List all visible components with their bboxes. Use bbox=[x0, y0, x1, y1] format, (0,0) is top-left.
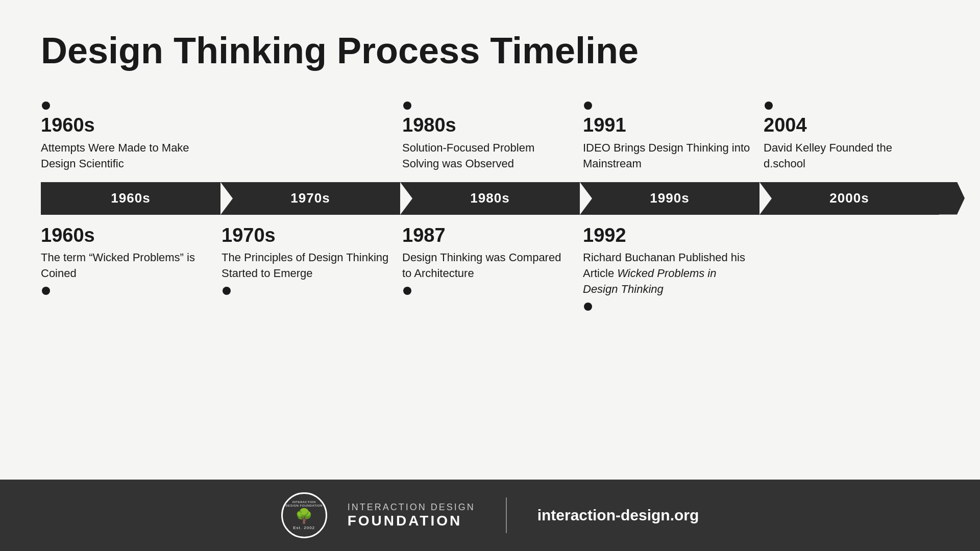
segment-1960s: 1960s bbox=[41, 182, 220, 215]
segment-label-1990s: 1990s bbox=[650, 190, 689, 206]
timeline-arrow bbox=[939, 182, 965, 215]
top-event-1991: 1991 IDEO Brings Design Thinking into Ma… bbox=[578, 102, 758, 182]
timeline-bar: 1960s 1970s 1980s 1990s 2000s bbox=[41, 182, 939, 215]
desc-1987-bottom: Design Thinking was Compared to Architec… bbox=[402, 250, 573, 282]
bottom-event-1970s: 1970s The Principles of Design Thinking … bbox=[216, 215, 397, 311]
dot-2004-top bbox=[765, 102, 773, 110]
desc-1980s-top: Solution-Focused Problem Solving was Obs… bbox=[402, 140, 573, 172]
footer-logo: INTERACTION DESIGN FOUNDATION 🌳 Est. 200… bbox=[281, 492, 327, 538]
year-1960s-bottom: 1960s bbox=[41, 225, 211, 246]
timeline-wrapper: 1960s Attempts Were Made to Make Design … bbox=[41, 102, 939, 311]
footer-circle-text-top: INTERACTION DESIGN FOUNDATION bbox=[285, 500, 323, 507]
segment-label-1970s: 1970s bbox=[290, 190, 330, 206]
desc-1991-top: IDEO Brings Design Thinking into Mainstr… bbox=[583, 140, 753, 172]
footer: INTERACTION DESIGN FOUNDATION 🌳 Est. 200… bbox=[0, 480, 980, 551]
dot-1970s-bottom bbox=[223, 287, 231, 295]
year-1991-top: 1991 bbox=[583, 115, 753, 136]
year-1992-bottom: 1992 bbox=[583, 225, 753, 246]
top-events: 1960s Attempts Were Made to Make Design … bbox=[41, 102, 939, 182]
bottom-event-1992: 1992 Richard Buchanan Published his Arti… bbox=[578, 215, 758, 311]
footer-org-line1: INTERACTION DESIGN bbox=[348, 502, 475, 513]
year-1980s-top: 1980s bbox=[402, 115, 573, 136]
top-event-2004: 2004 David Kelley Founded the d.school bbox=[758, 102, 939, 182]
dot-1987-bottom bbox=[403, 287, 411, 295]
tree-icon: 🌳 bbox=[295, 508, 313, 524]
top-event-1980s: 1980s Solution-Focused Problem Solving w… bbox=[397, 102, 578, 182]
bottom-event-1987: 1987 Design Thinking was Compared to Arc… bbox=[397, 215, 578, 311]
desc-1960s-bottom: The term “Wicked Problems” is Coined bbox=[41, 250, 211, 282]
segment-label-2000s: 2000s bbox=[829, 190, 869, 206]
footer-org: INTERACTION DESIGN FOUNDATION bbox=[348, 502, 475, 529]
bottom-events: 1960s The term “Wicked Problems” is Coin… bbox=[41, 215, 939, 311]
bottom-event-1960s: 1960s The term “Wicked Problems” is Coin… bbox=[41, 215, 216, 311]
desc-1960s-top: Attempts Were Made to Make Design Scient… bbox=[41, 140, 211, 172]
segment-2000s: 2000s bbox=[760, 182, 939, 215]
segment-label-1960s: 1960s bbox=[111, 190, 150, 206]
main-content: Design Thinking Process Timeline 1960s A… bbox=[0, 0, 980, 459]
desc-1992-bottom: Richard Buchanan Published his Article W… bbox=[583, 250, 753, 297]
dot-1960s-top bbox=[42, 102, 50, 110]
year-1970s-bottom: 1970s bbox=[222, 225, 392, 246]
footer-est: Est. 2002 bbox=[293, 525, 315, 530]
segment-1980s: 1980s bbox=[400, 182, 580, 215]
dot-1991-top bbox=[584, 102, 592, 110]
year-1987-bottom: 1987 bbox=[402, 225, 573, 246]
footer-divider bbox=[506, 497, 507, 533]
dot-1980s-top bbox=[403, 102, 411, 110]
segment-label-1980s: 1980s bbox=[470, 190, 509, 206]
footer-url: interaction-design.org bbox=[537, 507, 699, 524]
desc-1970s-bottom: The Principles of Design Thinking Starte… bbox=[222, 250, 392, 282]
segment-1990s: 1990s bbox=[580, 182, 760, 215]
segment-1970s: 1970s bbox=[220, 182, 400, 215]
page-title: Design Thinking Process Timeline bbox=[41, 31, 939, 71]
year-1960s-top: 1960s bbox=[41, 115, 211, 136]
year-2004-top: 2004 bbox=[764, 115, 934, 136]
dot-1992-bottom bbox=[584, 303, 592, 311]
dot-1960s-bottom bbox=[42, 287, 50, 295]
desc-2004-top: David Kelley Founded the d.school bbox=[764, 140, 934, 172]
footer-org-line2: FOUNDATION bbox=[348, 513, 475, 529]
top-event-1960s: 1960s Attempts Were Made to Make Design … bbox=[41, 102, 216, 182]
